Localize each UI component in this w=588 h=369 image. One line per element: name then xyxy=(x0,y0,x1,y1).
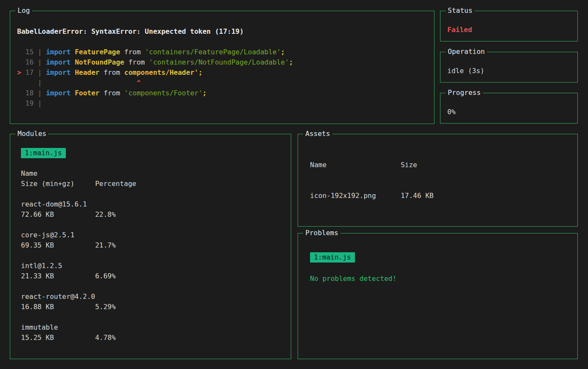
module-size: 69.35 KB xyxy=(21,240,95,251)
token-keyword: import xyxy=(46,48,71,56)
gutter-separator: | xyxy=(38,58,42,66)
progress-panel-title: Progress xyxy=(446,88,483,97)
gutter-separator: | xyxy=(38,79,42,87)
status-panel-title: Status xyxy=(446,6,475,15)
code-line-error: >17 | import Header from components/Head… xyxy=(17,68,425,78)
module-name: react-router@4.2.0 xyxy=(21,292,281,302)
assets-panel-title: Assets xyxy=(303,129,332,139)
status-value: Failed xyxy=(447,26,570,34)
assets-panel: Assets NameSize icon-192x192.png17.46 KB xyxy=(298,134,578,227)
module-percentage: 22.8% xyxy=(95,210,115,218)
token-semicolon: ; xyxy=(289,58,293,66)
operation-value: idle (3s) xyxy=(447,67,570,75)
token-identifier: Header xyxy=(75,68,100,77)
bundle-badge: 1:main.js xyxy=(21,148,66,158)
token-semicolon: ; xyxy=(203,89,207,97)
code-line: 15 | import FeaturePage from 'containers… xyxy=(17,47,425,57)
asset-size: 17.46 KB xyxy=(401,192,434,200)
assets-header-size: Size xyxy=(401,161,417,169)
webpack-dashboard: Log BabelLoaderError: SyntaxError: Unexp… xyxy=(0,0,588,369)
caret-line: | ^ xyxy=(17,78,425,88)
log-panel: Log BabelLoaderError: SyntaxError: Unexp… xyxy=(10,11,434,124)
line-number: 18 xyxy=(25,88,33,98)
module-row: react-router@4.2.0 16.88 KB5.29% xyxy=(21,292,281,312)
modules-table-header: Name Size (min+gz)Percentage xyxy=(21,168,281,189)
module-row: react-dom@15.6.1 72.66 KB22.8% xyxy=(21,199,281,220)
module-percentage: 5.29% xyxy=(95,303,115,311)
module-size: 21.33 KB xyxy=(21,271,95,281)
line-number: 19 xyxy=(25,98,33,109)
problems-panel-title: Problems xyxy=(303,228,340,238)
gutter-separator: | xyxy=(38,89,42,97)
token-from: from xyxy=(103,89,120,97)
assets-header-name: Name xyxy=(310,160,401,170)
code-line: 19 | xyxy=(17,98,425,109)
asset-name: icon-192x192.png xyxy=(310,191,401,201)
operation-panel-title: Operation xyxy=(446,47,487,56)
assets-table-header: NameSize xyxy=(310,160,565,170)
progress-panel: Progress 0% xyxy=(440,93,578,124)
token-identifier: FeaturePage xyxy=(75,48,120,56)
modules-header-percentage: Percentage xyxy=(95,180,136,188)
module-row: intl@1.2.5 21.33 KB6.69% xyxy=(21,261,281,281)
problems-message: No problems detected! xyxy=(310,274,565,284)
module-size: 15.25 KB xyxy=(21,333,95,343)
status-column: Status Failed Operation idle (3s) Progre… xyxy=(440,11,578,124)
token-semicolon: ; xyxy=(198,68,203,77)
problems-panel: Problems 1:main.js No problems detected! xyxy=(298,233,578,359)
gutter-separator: | xyxy=(38,99,42,107)
token-from: from xyxy=(124,48,141,56)
top-row: Log BabelLoaderError: SyntaxError: Unexp… xyxy=(10,11,578,124)
module-percentage: 6.69% xyxy=(95,272,115,280)
line-number: 15 xyxy=(25,47,33,57)
code-line: 18 | import Footer from 'components/Foot… xyxy=(17,88,425,98)
error-marker: > xyxy=(17,68,25,78)
token-string: 'components/Footer' xyxy=(124,89,203,97)
bottom-row: Modules 1:main.js Name Size (min+gz)Perc… xyxy=(10,134,578,359)
line-number: 16 xyxy=(25,57,33,68)
token-identifier: NotFoundPage xyxy=(75,58,124,66)
module-size: 16.88 KB xyxy=(21,302,95,312)
bundle-badge: 1:main.js xyxy=(310,252,355,263)
operation-panel: Operation idle (3s) xyxy=(440,52,578,83)
token-string: 'containers/NotFoundPage/Loadable' xyxy=(149,58,289,66)
assets-problems-column: Assets NameSize icon-192x192.png17.46 KB… xyxy=(298,134,578,359)
modules-panel: Modules 1:main.js Name Size (min+gz)Perc… xyxy=(10,134,291,359)
modules-panel-title: Modules xyxy=(15,129,48,139)
token-from: from xyxy=(103,68,120,77)
token-keyword: import xyxy=(46,58,71,66)
error-caret: ^ xyxy=(136,79,141,87)
token-keyword: import xyxy=(46,89,71,97)
status-panel: Status Failed xyxy=(440,11,578,41)
token-semicolon: ; xyxy=(281,48,285,56)
module-name: immutable xyxy=(21,322,281,333)
token-bad-string: components/Header' xyxy=(124,68,198,77)
token-from: from xyxy=(128,58,145,66)
module-row: immutable 15.25 KB4.78% xyxy=(21,322,281,343)
module-name: core-js@2.5.1 xyxy=(21,230,281,240)
modules-header-size: Size (min+gz) xyxy=(21,179,95,189)
token-string: 'containers/FeaturePage/Loadable' xyxy=(145,48,281,56)
gutter-separator: | xyxy=(38,48,42,56)
asset-row: icon-192x192.png17.46 KB xyxy=(310,191,565,201)
modules-header-name: Name xyxy=(21,168,281,179)
module-row: core-js@2.5.1 69.35 KB21.7% xyxy=(21,230,281,251)
module-percentage: 4.78% xyxy=(95,334,115,342)
line-number: 17 xyxy=(25,68,33,78)
token-identifier: Footer xyxy=(75,89,100,97)
error-message: BabelLoaderError: SyntaxError: Unexpecte… xyxy=(17,27,425,37)
log-panel-title: Log xyxy=(15,6,32,15)
module-size: 72.66 KB xyxy=(21,210,95,220)
module-name: intl@1.2.5 xyxy=(21,261,281,271)
gutter-separator: | xyxy=(38,68,42,77)
module-percentage: 21.7% xyxy=(95,241,115,249)
token-keyword: import xyxy=(46,68,71,77)
code-line: 16 | import NotFoundPage from 'container… xyxy=(17,57,425,68)
module-name: react-dom@15.6.1 xyxy=(21,199,281,210)
progress-value: 0% xyxy=(447,108,570,116)
